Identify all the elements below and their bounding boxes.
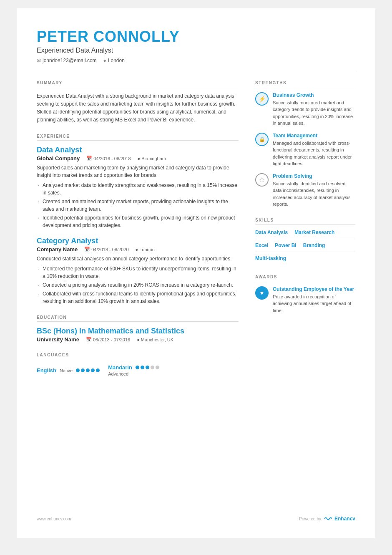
footer: www.enhancv.com Powered by Enhancv	[37, 512, 355, 522]
lang-mandarin-level: Advanced	[108, 371, 128, 376]
lang-english-name: English	[37, 367, 56, 373]
strength-content-2: Team Management Managed and collaborated…	[273, 133, 355, 167]
dot-mn-1	[136, 366, 139, 369]
edu-location: ● Manchester, UK	[137, 337, 173, 342]
dot-mn-3	[146, 366, 149, 369]
lang-mandarin-dots	[136, 366, 159, 369]
dot-en-2	[81, 368, 85, 372]
job-item-2: Category Analyst Company Name 📅 04/2018 …	[37, 237, 239, 305]
header: PETER CONNOLLY Experienced Data Analyst …	[37, 28, 355, 63]
footer-powered: Powered by Enhancv	[299, 516, 355, 522]
dot-en-3	[86, 368, 90, 372]
strength-desc-3: Successfully identified and resolved dat…	[273, 180, 355, 208]
summary-section: SUMMARY Experienced Data Analyst with a …	[37, 81, 239, 124]
strength-item-3: ☆ Problem Solving Successfully identifie…	[255, 173, 355, 208]
location-contact: ● London	[103, 58, 125, 63]
lang-mandarin-name: Mandarin	[108, 364, 132, 371]
strength-title-3: Problem Solving	[273, 173, 355, 179]
location-icon-1: ●	[138, 156, 141, 161]
languages-row: English Native Mandarin	[37, 364, 239, 376]
dot-en-1	[76, 368, 80, 372]
strength-icon-3: ☆	[255, 173, 269, 187]
bullet-1-1: Analyzed market data to identify strengt…	[37, 182, 239, 197]
strength-content-3: Problem Solving Successfully identified …	[273, 173, 355, 208]
strength-desc-1: Successfully monitored market and catego…	[273, 99, 355, 127]
award-item-1: ♥ Outstanding Employee of the Year Prize…	[255, 286, 355, 314]
strength-title-2: Team Management	[273, 133, 355, 139]
calendar-icon-1: 📅	[86, 156, 92, 161]
candidate-title: Experienced Data Analyst	[37, 47, 355, 54]
strength-content-1: Business Growth Successfully monitored m…	[273, 92, 355, 127]
strength-desc-2: Managed and collaborated with cross-func…	[273, 140, 355, 167]
skill-multitasking: Multi-tasking	[255, 255, 286, 261]
job-desc-2: Conducted statistical analyses on annual…	[37, 255, 239, 262]
skills-row-1: Data Analysis Market Research	[255, 230, 355, 239]
dot-mn-2	[141, 366, 144, 369]
candidate-name: PETER CONNOLLY	[37, 28, 355, 45]
job-title-1: Data Analyst	[37, 146, 239, 154]
dot-en-5	[96, 368, 100, 372]
job-item-1: Data Analyst Global Company 📅 04/2016 - …	[37, 146, 239, 229]
education-label: EDUCATION	[37, 315, 239, 322]
skill-data-analysis: Data Analysis	[255, 230, 288, 235]
job-dates-2: 📅 04/2018 - 08/2020	[84, 247, 128, 252]
skill-market-research: Market Research	[294, 230, 334, 235]
languages-label: LANGUAGES	[37, 353, 239, 359]
skill-power-bi: Power BI	[275, 242, 296, 248]
bullet-2-3: Collaborated with cross-functional teams…	[37, 290, 239, 305]
edu-meta: University Name 📅 06/2013 - 07/2016 ● Ma…	[37, 336, 239, 343]
summary-text: Experienced Data Analyst with a strong b…	[37, 92, 239, 124]
experience-label: EXPERIENCE	[37, 134, 239, 141]
job-title-2: Category Analyst	[37, 237, 239, 245]
strength-item-2: 🔒 Team Management Managed and collaborat…	[255, 133, 355, 167]
strengths-section: STRENGTHS ⚡ Business Growth Successfully…	[255, 81, 355, 208]
lang-mandarin: Mandarin Advanced	[108, 364, 159, 376]
lang-english-dots	[76, 368, 100, 372]
job-location-1: ● Birmingham	[138, 156, 166, 161]
skills-label: SKILLS	[255, 218, 355, 225]
header-contact: ✉ johndoe123@email.com ● London	[37, 58, 355, 63]
right-column: STRENGTHS ⚡ Business Growth Successfully…	[255, 81, 355, 499]
footer-logo-text: Enhancv	[334, 516, 355, 522]
skill-branding: Branding	[303, 242, 325, 248]
email-contact: ✉ johndoe123@email.com	[37, 58, 97, 63]
experience-section: EXPERIENCE Data Analyst Global Company 📅…	[37, 134, 239, 305]
dot-mn-4	[151, 366, 154, 369]
award-content-1: Outstanding Employee of the Year Prize a…	[273, 286, 355, 314]
email-icon: ✉	[37, 58, 41, 63]
languages-section: LANGUAGES English Native	[37, 353, 239, 376]
calendar-icon-edu: 📅	[86, 337, 92, 342]
job-location-2: ● London	[136, 247, 155, 252]
skills-section: SKILLS Data Analysis Market Research Exc…	[255, 218, 355, 265]
job-company-2: Company Name	[37, 246, 78, 252]
dot-mn-5	[156, 366, 159, 369]
enhancv-logo-icon	[324, 516, 332, 522]
edu-dates: 📅 06/2013 - 07/2016	[86, 337, 130, 342]
award-desc-1: Prize awarded in recognition of achievin…	[273, 293, 355, 314]
strength-icon-2: 🔒	[255, 133, 269, 146]
education-section: EDUCATION BSc (Hons) in Mathematics and …	[37, 315, 239, 343]
bullet-2-2: Conducted a pricing analysis resulting i…	[37, 281, 239, 289]
awards-label: AWARDS	[255, 275, 355, 281]
job-company-1: Global Company	[37, 155, 80, 161]
resume-page: PETER CONNOLLY Experienced Data Analyst …	[17, 8, 375, 538]
summary-label: SUMMARY	[37, 81, 239, 87]
lang-english-level: Native	[60, 368, 73, 373]
job-meta-1: Global Company 📅 04/2016 - 08/2018 ● Bir…	[37, 155, 239, 161]
job-desc-1: Supported sales and marketing team by an…	[37, 164, 239, 179]
location-icon-2: ●	[136, 247, 138, 252]
location-icon: ●	[103, 58, 106, 63]
calendar-icon-2: 📅	[84, 247, 90, 252]
bullet-2-1: Monitored the performance of 500+ SKUs t…	[37, 265, 239, 280]
footer-url: www.enhancv.com	[37, 517, 71, 521]
awards-section: AWARDS ♥ Outstanding Employee of the Yea…	[255, 275, 355, 314]
bullet-1-2: Created and maintained monthly market re…	[37, 198, 239, 213]
job-bullets-2: Monitored the performance of 500+ SKUs t…	[37, 265, 239, 305]
dot-en-4	[91, 368, 95, 372]
content-area: SUMMARY Experienced Data Analyst with a …	[37, 81, 355, 499]
award-title-1: Outstanding Employee of the Year	[273, 286, 355, 292]
skills-row-2: Excel Power BI Branding	[255, 242, 355, 252]
job-dates-1: 📅 04/2016 - 08/2018	[86, 156, 131, 161]
strengths-label: STRENGTHS	[255, 81, 355, 87]
strength-title-1: Business Growth	[273, 92, 355, 98]
